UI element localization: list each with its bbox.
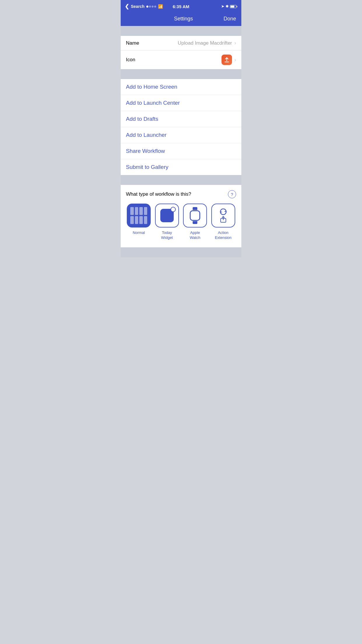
workflow-type-apple-watch[interactable]: Apple Watch (182, 204, 208, 240)
today-dot-icon (171, 207, 175, 211)
add-to-drafts-label: Add to Drafts (126, 116, 158, 122)
settings-row-name[interactable]: Name Upload Image Macdrifter › (121, 36, 241, 50)
workflow-question-label: What type of workflow is this? (126, 191, 191, 197)
workflow-type-today-widget[interactable]: Today Widget (154, 204, 180, 240)
workflow-types-container: Normal Today Widget Apple (126, 204, 236, 240)
add-to-home-screen-label: Add to Home Screen (126, 84, 177, 90)
watch-face (190, 210, 200, 221)
share-icon (220, 216, 226, 223)
add-to-launch-center-label: Add to Launch Center (126, 100, 180, 106)
signal-dot-3 (152, 6, 154, 8)
workflow-title-row: What type of workflow is this? ? (126, 190, 236, 198)
grid-cell-5 (130, 216, 134, 224)
today-widget-type-label: Today Widget (161, 230, 173, 240)
nav-done-button[interactable]: Done (224, 16, 236, 22)
grid-cell-2 (135, 207, 138, 215)
normal-grid-icon (127, 204, 150, 227)
workflow-type-action-extension[interactable]: Action Extension (210, 204, 236, 240)
share-workflow-label: Share Workflow (126, 148, 165, 154)
share-workflow-row[interactable]: Share Workflow (121, 143, 241, 159)
name-chevron-icon: › (234, 40, 236, 46)
help-icon: ? (231, 192, 233, 197)
workflow-icon-badge (222, 55, 232, 65)
name-label: Name (126, 40, 139, 46)
status-bar-left: ❮ Search 📶 (125, 3, 163, 10)
name-value-group: Upload Image Macdrifter › (178, 40, 236, 46)
action-extension-icon (219, 209, 228, 223)
refresh-icon (219, 209, 228, 215)
normal-icon-box (127, 204, 151, 228)
signal-dot-4 (154, 6, 156, 8)
icon-chevron-icon: › (234, 57, 236, 63)
signal-dot-1 (146, 6, 148, 8)
workflow-type-section: What type of workflow is this? ? Normal (121, 185, 241, 247)
status-bar-right: ➤ ✱ (221, 4, 237, 8)
back-chevron-icon: ❮ (125, 3, 129, 10)
normal-type-label: Normal (133, 230, 145, 235)
apple-watch-icon-box (183, 204, 207, 228)
apple-watch-icon (190, 207, 200, 224)
today-widget-icon (160, 209, 174, 222)
icon-value-group: › (222, 55, 236, 65)
help-button[interactable]: ? (228, 190, 236, 198)
workflow-type-normal[interactable]: Normal (126, 204, 152, 240)
add-to-drafts-row[interactable]: Add to Drafts (121, 111, 241, 127)
bottom-bar (121, 247, 241, 257)
wifi-icon: 📶 (158, 4, 163, 9)
bluetooth-icon: ✱ (226, 4, 229, 8)
name-value: Upload Image Macdrifter (178, 40, 232, 46)
apple-watch-type-label: Apple Watch (190, 230, 200, 240)
section-gap-3 (121, 175, 241, 185)
back-label[interactable]: Search (131, 4, 145, 9)
add-to-home-screen-row[interactable]: Add to Home Screen (121, 79, 241, 95)
action-group: Add to Home Screen Add to Launch Center … (121, 79, 241, 175)
signal-dot-2 (149, 6, 151, 8)
battery-indicator (230, 5, 237, 8)
submit-to-gallery-row[interactable]: Submit to Gallery (121, 159, 241, 175)
grid-cell-8 (144, 216, 147, 224)
grid-cell-7 (139, 216, 143, 224)
action-extension-icon-box (211, 204, 235, 228)
status-bar: ❮ Search 📶 6:35 AM ➤ ✱ (121, 0, 241, 13)
status-bar-time: 6:35 AM (173, 4, 189, 9)
settings-row-icon[interactable]: Icon › (121, 50, 241, 69)
icon-label: Icon (126, 57, 135, 63)
watch-band-top (193, 207, 197, 210)
grid-cell-3 (139, 207, 143, 215)
submit-to-gallery-label: Submit to Gallery (126, 164, 168, 170)
grid-cell-4 (144, 207, 147, 215)
grid-cell-1 (130, 207, 134, 215)
watch-band-bottom (193, 221, 197, 224)
add-to-launcher-label: Add to Launcher (126, 132, 166, 138)
battery-body (230, 5, 236, 8)
section-gap-2 (121, 69, 241, 79)
settings-group-name-icon: Name Upload Image Macdrifter › Icon › (121, 36, 241, 69)
upload-arrow-icon (224, 57, 230, 63)
grid-cell-6 (135, 216, 138, 224)
location-icon: ➤ (221, 4, 224, 8)
nav-bar: Settings Done (121, 13, 241, 26)
today-widget-icon-box (155, 204, 179, 228)
signal-indicator (146, 6, 156, 8)
action-extension-type-label: Action Extension (215, 230, 231, 240)
add-to-launch-center-row[interactable]: Add to Launch Center (121, 95, 241, 111)
battery-tip (237, 6, 237, 7)
battery-fill (231, 6, 234, 8)
add-to-launcher-row[interactable]: Add to Launcher (121, 127, 241, 143)
nav-title: Settings (174, 16, 193, 22)
section-gap-1 (121, 26, 241, 36)
